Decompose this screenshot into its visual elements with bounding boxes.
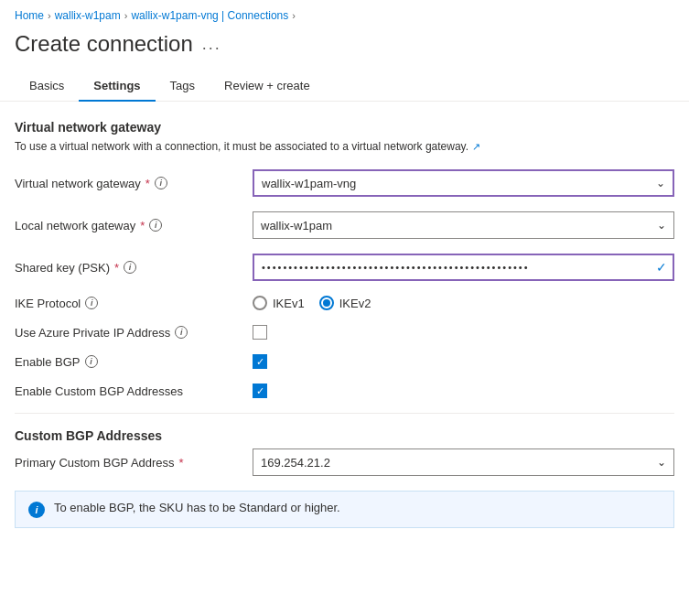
azure-private-ip-label: Use Azure Private IP Address i [15,326,253,340]
enable-custom-bgp-checkbox[interactable]: ✓ [253,384,267,398]
section-divider [15,413,674,414]
vng-section-desc: To use a virtual network with a connecti… [15,140,674,153]
page-title: Create connection [15,31,193,57]
ike-row: IKE Protocol i IKEv1 IKEv2 [15,296,674,310]
breadcrumb-sep3: › [292,10,296,21]
lng-label: Local network gateway * i [15,219,253,232]
primary-bgp-label: Primary Custom BGP Address * [15,456,253,470]
vng-select-box[interactable]: wallix-w1pam-vng ⌄ [253,169,674,197]
breadcrumb-sep1: › [48,10,51,21]
custom-bgp-section-title: Custom BGP Addresses [15,428,674,443]
psk-info-icon[interactable]: i [124,261,136,274]
psk-row: Shared key (PSK) * i •••••••••••••••••••… [15,254,674,281]
ike-ikev2-option[interactable]: IKEv2 [319,296,371,310]
enable-bgp-row: Enable BGP i ✓ [15,354,674,369]
primary-bgp-row: Primary Custom BGP Address * 169.254.21.… [15,448,674,476]
enable-bgp-checkbox[interactable]: ✓ [253,354,267,369]
lng-select[interactable]: wallix-w1pam ⌄ [253,211,674,239]
primary-bgp-required-star: * [179,456,184,470]
vng-required-star: * [145,177,150,190]
azure-private-ip-row: Use Azure Private IP Address i [15,325,674,340]
psk-wrapper: ••••••••••••••••••••••••••••••••••••••••… [253,254,674,281]
external-link-icon: ↗ [472,141,480,153]
tab-review-create[interactable]: Review + create [210,71,325,102]
page-header: Create connection ... [0,27,689,71]
primary-bgp-select[interactable]: 169.254.21.2 ⌄ [253,448,674,476]
azure-private-ip-checkbox[interactable] [253,325,267,340]
enable-custom-bgp-checkbox-container: ✓ [253,384,674,398]
tab-basics[interactable]: Basics [15,71,79,102]
tab-bar: Basics Settings Tags Review + create [0,71,689,102]
primary-bgp-select-box[interactable]: 169.254.21.2 ⌄ [253,448,674,476]
ike-ikev1-option[interactable]: IKEv1 [253,296,305,310]
breadcrumb-home[interactable]: Home [15,9,44,22]
psk-check-icon: ✓ [656,260,669,275]
enable-bgp-checkmark: ✓ [256,357,264,367]
enable-bgp-info-icon[interactable]: i [85,355,98,368]
tab-settings[interactable]: Settings [79,71,155,102]
ike-ikev2-radio[interactable] [319,296,334,310]
breadcrumb-sep2: › [124,10,128,21]
enable-bgp-label: Enable BGP i [15,355,253,369]
enable-custom-bgp-checkmark: ✓ [256,386,264,396]
psk-input-container: ••••••••••••••••••••••••••••••••••••••••… [253,254,674,281]
ike-radio-group: IKEv1 IKEv2 [253,296,674,310]
vng-info-icon[interactable]: i [155,177,167,189]
psk-field[interactable]: ••••••••••••••••••••••••••••••••••••••••… [253,254,674,281]
psk-required-star: * [114,261,119,275]
vng-select-arrow: ⌄ [656,177,665,189]
info-banner-icon: i [28,502,45,518]
lng-info-icon[interactable]: i [149,219,162,232]
enable-bgp-checkbox-container: ✓ [253,354,674,369]
ike-info-icon[interactable]: i [85,297,98,309]
enable-custom-bgp-label: Enable Custom BGP Addresses [15,384,253,398]
azure-private-ip-checkbox-container [253,325,674,340]
settings-content: Virtual network gateway To use a virtual… [0,102,689,546]
ike-ikev1-radio[interactable] [253,296,267,310]
vng-select[interactable]: wallix-w1pam-vng ⌄ [253,169,674,197]
azure-private-ip-info-icon[interactable]: i [175,326,188,339]
vng-section-title: Virtual network gateway [15,120,674,135]
tab-tags[interactable]: Tags [156,71,210,102]
breadcrumb-connections[interactable]: wallix-w1pam-vng | Connections [131,9,288,22]
ike-ikev2-radio-inner [323,299,330,307]
primary-bgp-select-arrow: ⌄ [657,456,666,469]
breadcrumb-vng[interactable]: wallix-w1pam [55,9,121,22]
vng-row: Virtual network gateway * i wallix-w1pam… [15,169,674,197]
breadcrumb: Home › wallix-w1pam › wallix-w1pam-vng |… [0,0,689,27]
psk-label: Shared key (PSK) * i [15,261,253,275]
vng-label: Virtual network gateway * i [15,177,253,190]
enable-custom-bgp-row: Enable Custom BGP Addresses ✓ [15,384,674,398]
info-banner-text: To enable BGP, the SKU has to be Standar… [54,501,340,514]
lng-required-star: * [140,219,145,232]
lng-select-box[interactable]: wallix-w1pam ⌄ [253,211,674,239]
lng-select-arrow: ⌄ [657,219,666,232]
info-banner: i To enable BGP, the SKU has to be Stand… [15,491,674,528]
page-options-button[interactable]: ... [202,35,221,54]
lng-row: Local network gateway * i wallix-w1pam ⌄ [15,211,674,239]
ike-label: IKE Protocol i [15,297,253,310]
